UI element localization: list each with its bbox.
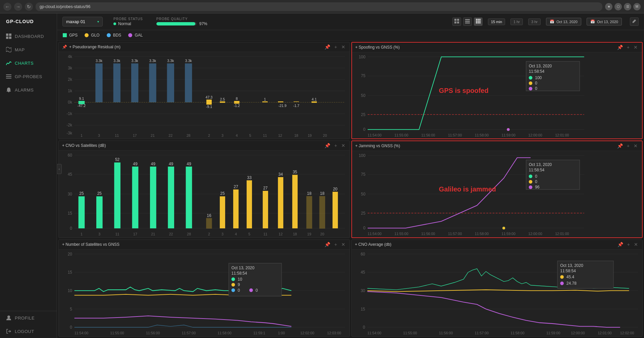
svg-rect-8 <box>8 92 9 92</box>
svg-rect-57 <box>149 63 156 102</box>
legend-gal: GAL <box>128 33 143 38</box>
spoofing-pin-button[interactable]: 📌 <box>616 45 624 50</box>
sidebar-item-gp-probes[interactable]: GP-PROBES <box>0 70 57 83</box>
cno-avg-pin-button[interactable]: 📌 <box>616 242 624 247</box>
cno-pin-button[interactable]: 📌 <box>324 143 331 148</box>
svg-rect-6 <box>6 76 11 77</box>
probe-quality-section: PROBE QUALITY 97% <box>156 17 207 26</box>
svg-rect-162 <box>278 177 283 228</box>
svg-rect-0 <box>6 34 8 36</box>
probe-quality-label: PROBE QUALITY <box>156 17 207 21</box>
svg-text:50: 50 <box>361 93 365 98</box>
svg-text:Oct 13, 2020: Oct 13, 2020 <box>232 265 255 270</box>
svg-rect-47 <box>79 101 85 102</box>
pseudorange-title: + Pseudorange Residual (m) <box>69 45 321 49</box>
svg-point-30 <box>107 33 111 37</box>
list-view-button[interactable] <box>463 17 472 26</box>
edit-button[interactable] <box>630 17 639 26</box>
map-icon <box>6 47 11 52</box>
time-15min-button[interactable]: 15 min <box>488 18 505 25</box>
svg-rect-7 <box>6 78 11 78</box>
jamming-close-button[interactable]: ✕ <box>633 143 639 149</box>
svg-rect-170 <box>333 192 338 228</box>
svg-text:2: 2 <box>208 232 210 236</box>
svg-text:100: 100 <box>358 55 365 59</box>
svg-text:12:03:00: 12:03:00 <box>327 331 341 335</box>
svg-text:11: 11 <box>263 232 267 236</box>
svg-text:11:56:00: 11:56:00 <box>146 331 160 335</box>
jamming-add-button[interactable]: + <box>626 143 631 149</box>
sidebar-item-charts[interactable]: CHARTS <box>0 56 57 70</box>
svg-text:12:01:00: 12:01:00 <box>555 133 569 137</box>
status-indicator <box>113 22 116 25</box>
svg-point-29 <box>85 33 89 37</box>
satellites-pin-button[interactable]: 📌 <box>324 242 331 247</box>
spoofing-add-button[interactable]: + <box>626 45 631 50</box>
num-satellites-chart: + Number of Satellites vs GNSS 📌 + ✕ <box>58 239 350 337</box>
profile-icon <box>6 315 11 321</box>
svg-text:0: 0 <box>535 174 537 179</box>
browser-ext-4: M <box>633 3 641 10</box>
back-button[interactable]: ← <box>3 3 11 11</box>
svg-text:28: 28 <box>187 133 191 137</box>
svg-text:11:55:00: 11:55:00 <box>394 133 408 137</box>
cno-avg-header: + CNO Average (db) 📌 + ✕ <box>352 240 643 249</box>
grid-view-1-button[interactable] <box>452 17 461 26</box>
svg-text:3.3k: 3.3k <box>113 59 120 63</box>
reload-button[interactable]: ↻ <box>25 3 33 11</box>
svg-rect-51 <box>95 63 102 102</box>
browser-ext-1: ★ <box>605 3 612 10</box>
svg-text:10: 10 <box>238 277 242 281</box>
spoofing-header: + Spoofing vs GNSS (%) 📌 + ✕ <box>352 43 642 52</box>
svg-text:25: 25 <box>97 191 102 196</box>
grid-view-2-button[interactable] <box>474 17 483 26</box>
jamming-chart: + Jamming vs GNSS (%) 📌 + ✕ Galileo is j… <box>351 140 643 238</box>
svg-text:11:55:00: 11:55:00 <box>403 331 417 335</box>
probe-status-text: Normal <box>118 21 131 26</box>
time-1hr-button[interactable]: 1 hr <box>510 18 523 25</box>
svg-rect-142 <box>114 163 120 229</box>
forward-button[interactable]: → <box>14 3 22 11</box>
svg-text:11: 11 <box>115 232 119 236</box>
svg-rect-156 <box>233 189 239 228</box>
svg-text:11:55:00: 11:55:00 <box>394 232 408 236</box>
sidebar-item-profile[interactable]: PROFILE <box>0 311 57 325</box>
svg-point-9 <box>7 316 10 318</box>
svg-text:17: 17 <box>133 133 137 137</box>
sidebar-collapse-button[interactable]: ‹ <box>57 164 62 174</box>
svg-text:8: 8 <box>236 97 238 101</box>
satellites-close-button[interactable]: ✕ <box>340 242 346 247</box>
pseudo-close-button[interactable]: ✕ <box>340 44 346 50</box>
sidebar-item-dashboard[interactable]: DASHBOARD <box>0 30 57 43</box>
cno-body: 60 45 30 15 0 25 25 52 49 <box>59 151 350 237</box>
svg-text:9: 9 <box>238 282 240 287</box>
pseudo-add-button[interactable]: + <box>333 44 338 50</box>
sidebar-item-map[interactable]: MAP <box>0 43 57 56</box>
time-3hr-button[interactable]: 3 hr <box>528 18 541 25</box>
cno-avg-close-button[interactable]: ✕ <box>633 242 639 247</box>
cno-close-button[interactable]: ✕ <box>340 143 346 148</box>
num-satellites-title: + Number of Satellites vs GNSS <box>62 242 321 247</box>
svg-rect-17 <box>465 22 470 23</box>
svg-rect-20 <box>479 19 481 20</box>
pseudo-pin-button[interactable]: 📌 <box>324 44 331 50</box>
spoofing-close-button[interactable]: ✕ <box>633 45 639 50</box>
svg-text:22: 22 <box>168 133 172 137</box>
probe-selector[interactable]: maxap 01 ▾ <box>62 17 103 26</box>
jamming-pin-button[interactable]: 📌 <box>616 143 624 149</box>
svg-rect-166 <box>307 196 312 229</box>
address-bar[interactable]: gp-cloud.io/probes-status/96 <box>36 2 602 11</box>
cno-avg-add-button[interactable]: + <box>626 242 631 247</box>
charts-area: 📌 + Pseudorange Residual (m) 📌 + ✕ <box>57 41 644 338</box>
svg-marker-4 <box>6 47 11 52</box>
start-date-button[interactable]: 📅 Oct 13, 2020 <box>546 18 581 25</box>
svg-text:18: 18 <box>307 191 312 196</box>
sidebar-item-logout[interactable]: LOGOUT <box>0 325 57 338</box>
sidebar-item-alarms[interactable]: ALARMS <box>0 83 57 97</box>
svg-text:19: 19 <box>308 133 312 137</box>
chevron-down-icon: ▾ <box>97 20 99 23</box>
end-date-button[interactable]: 📅 Oct 13, 2020 <box>587 18 622 25</box>
satellites-add-button[interactable]: + <box>333 242 338 247</box>
svg-text:11:57:00: 11:57:00 <box>182 331 196 335</box>
cno-add-button[interactable]: + <box>333 143 338 148</box>
